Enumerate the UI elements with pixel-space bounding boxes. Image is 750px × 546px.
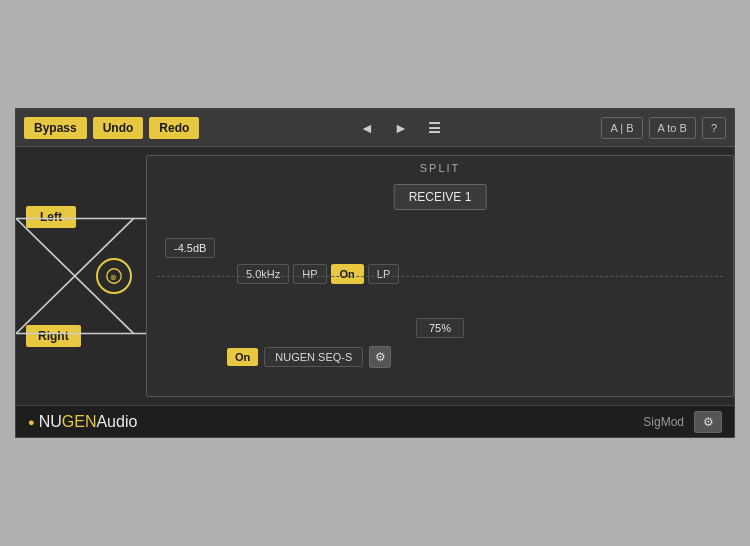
atob-button[interactable]: A to B — [649, 117, 696, 139]
undo-button[interactable]: Undo — [93, 117, 144, 139]
on-filter-button[interactable]: On — [331, 264, 364, 284]
freq-button[interactable]: 5.0kHz — [237, 264, 289, 284]
filter-row: 5.0kHz HP On LP — [237, 264, 399, 284]
settings-gear-button[interactable]: ⚙ — [694, 411, 722, 433]
toolbar: Bypass Undo Redo ◄ ► ☰ A | B A to B ? — [16, 109, 734, 147]
gear-icon: ⚙ — [375, 350, 386, 364]
toolbar-right: A | B A to B ? — [601, 117, 726, 139]
bypass-button[interactable]: Bypass — [24, 117, 87, 139]
sigmod-label: SigMod — [643, 415, 684, 429]
swap-icon[interactable]: ⊗ — [96, 258, 132, 294]
ab-button[interactable]: A | B — [601, 117, 642, 139]
receive-box[interactable]: RECEIVE 1 — [394, 184, 487, 210]
redo-button[interactable]: Redo — [149, 117, 199, 139]
on-bottom-button[interactable]: On — [227, 348, 258, 366]
seq-gear-button[interactable]: ⚙ — [369, 346, 391, 368]
help-button[interactable]: ? — [702, 117, 726, 139]
settings-gear-icon: ⚙ — [703, 415, 714, 429]
svg-text:⊗: ⊗ — [110, 273, 117, 282]
bottom-controls: On NUGEN SEQ-S ⚙ — [227, 346, 391, 368]
split-label: SPLIT — [147, 162, 733, 174]
play-button[interactable]: ► — [386, 117, 416, 139]
bottom-bar: ● NUGEN Audio SigMod ⚙ — [16, 405, 734, 437]
transport-group: ◄ ► ☰ — [352, 117, 449, 139]
db-label[interactable]: -4.5dB — [165, 238, 215, 258]
list-button[interactable]: ☰ — [420, 117, 449, 139]
brand-gen: GEN — [62, 413, 97, 431]
percent-label[interactable]: 75% — [416, 318, 464, 338]
prev-button[interactable]: ◄ — [352, 117, 382, 139]
lp-button[interactable]: LP — [368, 264, 399, 284]
brand-audio: Audio — [96, 413, 137, 431]
brand-dot: ● — [28, 416, 35, 428]
seq-button[interactable]: NUGEN SEQ-S — [264, 347, 363, 367]
brand-nu: NU — [39, 413, 62, 431]
main-area: Left Right Mid Side — [16, 147, 734, 405]
dashed-divider — [157, 276, 723, 277]
hp-button[interactable]: HP — [293, 264, 326, 284]
split-box: SPLIT RECEIVE 1 -4.5dB 5.0kHz HP On LP 7… — [146, 155, 734, 397]
